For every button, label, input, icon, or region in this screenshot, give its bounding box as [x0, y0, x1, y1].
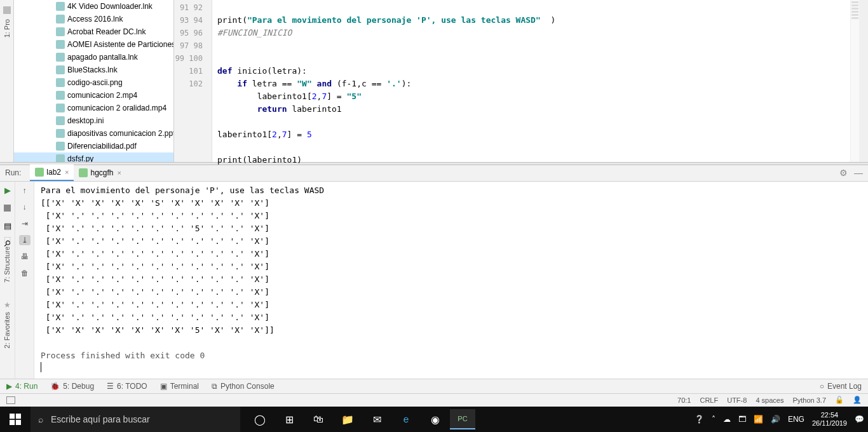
- file-icon: [56, 2, 65, 11]
- run-tab-hgcgfh[interactable]: hgcgfh×: [74, 165, 126, 181]
- status-windows-icon[interactable]: [6, 396, 15, 404]
- python-file-icon: [35, 168, 44, 177]
- explorer-icon[interactable]: 📁: [333, 407, 362, 432]
- inspector-icon[interactable]: 👤: [853, 396, 862, 404]
- file-icon: [56, 15, 65, 24]
- error-stripe[interactable]: [850, 0, 859, 162]
- file-icon: [56, 91, 65, 100]
- status-bar: 70:1 CRLF UTF-8 4 spaces Python 3.7 🔓 👤: [0, 393, 868, 407]
- chrome-icon[interactable]: ◉: [421, 407, 450, 432]
- taskbar-clock[interactable]: 22:5426/11/2019: [812, 411, 847, 428]
- tree-item[interactable]: BlueStacks.lnk: [14, 64, 173, 76]
- run-panel-header: Run: lab2× hgcgfh× ⚙—: [0, 165, 868, 182]
- run-tab-lab2[interactable]: lab2×: [30, 165, 74, 181]
- structure-tool-icon[interactable]: ⬚: [4, 235, 11, 244]
- tree-item[interactable]: comunicacion 2 oralidad.mp4: [14, 102, 173, 114]
- caret-position[interactable]: 70:1: [677, 396, 691, 404]
- left-tool-strip[interactable]: 1: Pro: [0, 0, 14, 162]
- project-tree[interactable]: 4K Video Downloader.lnkAccess 2016.lnkAc…: [14, 0, 174, 162]
- settings-icon[interactable]: ⚙: [839, 168, 848, 178]
- store-icon[interactable]: 🛍: [304, 407, 333, 432]
- file-icon: [56, 40, 65, 49]
- structure-tool-label[interactable]: 7: Structure: [3, 246, 11, 283]
- tree-item[interactable]: diapositivas comunicacion 2.pptx: [14, 127, 173, 140]
- edge-icon[interactable]: ｅ: [391, 407, 421, 432]
- pycharm-icon[interactable]: PC: [450, 409, 475, 429]
- tree-item[interactable]: desktop.ini: [14, 114, 173, 127]
- favorites-tool-label[interactable]: 2: Favorites: [3, 312, 11, 348]
- task-view-icon[interactable]: ⊞: [275, 407, 304, 432]
- debug-tool-button[interactable]: 🐞 5: Debug: [50, 382, 94, 391]
- minimize-panel-icon[interactable]: —: [854, 168, 863, 178]
- todo-tool-button[interactable]: ☰ 6: TODO: [107, 382, 147, 391]
- file-icon: [56, 142, 65, 151]
- run-toolbar-secondary: ↑ ↓ ⇥ ⤓ 🖶 🗑: [15, 182, 34, 379]
- onedrive-icon[interactable]: ☁: [723, 415, 731, 424]
- file-icon: [56, 129, 65, 138]
- file-encoding[interactable]: UTF-8: [727, 396, 747, 404]
- clear-icon[interactable]: 🗑: [19, 268, 31, 278]
- tool-window-bar: ▶ 4: Run 🐞 5: Debug ☰ 6: TODO ▣ Terminal…: [0, 379, 868, 393]
- language-indicator[interactable]: ENG: [788, 415, 804, 424]
- up-icon[interactable]: ↑: [19, 186, 31, 196]
- code-token: print: [217, 15, 242, 25]
- tree-item[interactable]: apagado pantalla.lnk: [14, 51, 173, 64]
- python-console-button[interactable]: ⧉ Python Console: [212, 382, 275, 391]
- mail-icon[interactable]: ✉: [362, 407, 391, 432]
- svg-rect-2: [10, 420, 15, 425]
- tray-expand-icon[interactable]: ˄: [712, 415, 715, 424]
- file-icon: [56, 154, 65, 162]
- tree-item[interactable]: AOMEI Asistente de Particiones Pro: [14, 38, 173, 51]
- lock-icon[interactable]: 🔓: [835, 396, 844, 404]
- code-area[interactable]: print("Para el movimiento del personaje …: [212, 0, 850, 162]
- editor-scrollbar[interactable]: [859, 0, 868, 162]
- python-interpreter[interactable]: Python 3.7: [792, 396, 826, 404]
- rerun-icon[interactable]: ▶: [3, 186, 13, 196]
- cortana-icon[interactable]: ◯: [245, 407, 275, 432]
- tree-item[interactable]: dsfsf.py: [14, 152, 173, 162]
- terminal-tool-button[interactable]: ▣ Terminal: [160, 382, 199, 391]
- print-icon[interactable]: 🖶: [19, 252, 31, 262]
- file-icon: [56, 65, 65, 74]
- start-button[interactable]: [0, 407, 31, 432]
- file-icon: [56, 53, 65, 62]
- wrap-icon[interactable]: ⇥: [19, 219, 31, 229]
- layout-icon[interactable]: ▤: [3, 221, 13, 231]
- battery-icon[interactable]: 🗔: [738, 415, 746, 424]
- tree-item[interactable]: Acrobat Reader DC.lnk: [14, 25, 173, 38]
- file-icon: [56, 116, 65, 125]
- svg-rect-3: [16, 420, 21, 425]
- down-icon[interactable]: ↓: [19, 202, 31, 212]
- taskbar-search[interactable]: ⌕Escribe aquí para buscar: [31, 407, 240, 432]
- svg-rect-1: [16, 414, 21, 419]
- event-log-button[interactable]: ○ Event Log: [820, 382, 862, 391]
- run-tool-button[interactable]: ▶ 4: Run: [6, 382, 37, 391]
- favorites-tool-icon[interactable]: ★: [4, 300, 11, 309]
- console-output[interactable]: Para el movimiento del personaje 'P', us…: [34, 182, 868, 379]
- tree-item[interactable]: Access 2016.lnk: [14, 13, 173, 25]
- tree-item[interactable]: 4K Video Downloader.lnk: [14, 0, 173, 13]
- tree-item[interactable]: comunicacion 2.mp4: [14, 89, 173, 102]
- project-tool-icon[interactable]: [3, 6, 11, 14]
- file-icon: [56, 27, 65, 36]
- run-title: Run:: [5, 168, 21, 177]
- notifications-icon[interactable]: 💬: [855, 415, 864, 424]
- svg-rect-0: [10, 414, 15, 419]
- wifi-icon[interactable]: 📶: [754, 415, 763, 424]
- close-tab-icon[interactable]: ×: [118, 169, 121, 177]
- scroll-to-end-icon[interactable]: ⤓: [19, 235, 31, 245]
- windows-taskbar: ⌕Escribe aquí para buscar ◯ ⊞ 🛍 📁 ✉ ｅ ◉ …: [0, 407, 868, 432]
- close-tab-icon[interactable]: ×: [65, 168, 69, 176]
- stop-icon[interactable]: [3, 203, 13, 213]
- project-tool-label[interactable]: 1: Pro: [3, 19, 11, 37]
- volume-icon[interactable]: 🔊: [771, 415, 780, 424]
- code-editor[interactable]: 91 92 93 94 95 96 97 98 99 100 101 102 p…: [174, 0, 868, 162]
- line-gutter: 91 92 93 94 95 96 97 98 99 100 101 102: [174, 0, 212, 162]
- python-file-icon: [79, 168, 88, 177]
- file-icon: [56, 104, 65, 112]
- tree-item[interactable]: codigo-ascii.png: [14, 76, 173, 89]
- help-tray-icon[interactable]: ❔: [695, 415, 704, 424]
- tree-item[interactable]: Diferenciabilidad.pdf: [14, 140, 173, 152]
- line-separator[interactable]: CRLF: [700, 396, 718, 404]
- indent-settings[interactable]: 4 spaces: [756, 396, 783, 404]
